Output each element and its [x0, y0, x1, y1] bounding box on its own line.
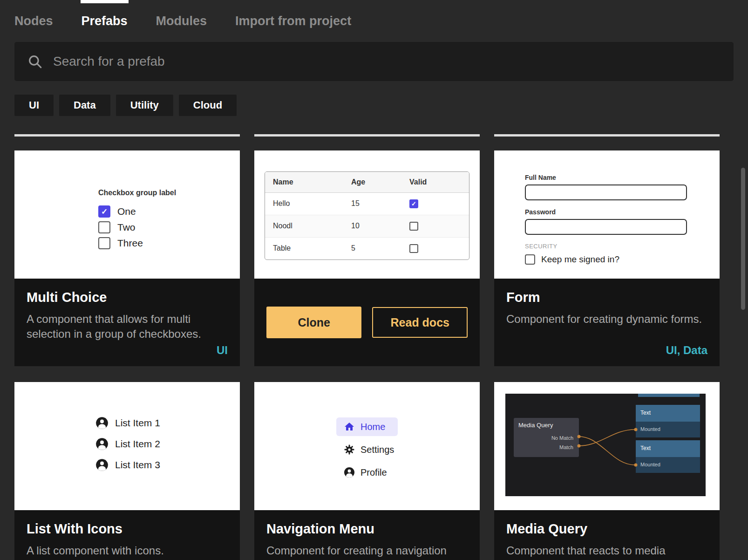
search-input[interactable]	[53, 54, 721, 69]
card-title: Form	[506, 290, 707, 305]
card-description: A component that allows for multi select…	[27, 312, 228, 341]
prefab-browser: Nodes Prefabs Modules Import from projec…	[0, 0, 748, 560]
node-title: Text	[636, 440, 700, 457]
nav-item-label: Home	[360, 422, 385, 432]
checkbox-option: One	[98, 204, 240, 219]
card-row-2: List Item 1 List Item 2 List Item 3	[0, 382, 748, 560]
card-caption: Navigation Menu Component for creating a…	[254, 510, 480, 560]
text-input	[525, 184, 687, 200]
card-description: A list component with icons.	[27, 543, 228, 558]
node-input-label: Mounted	[636, 457, 700, 473]
home-icon	[344, 421, 355, 432]
filter-chips: UI Data Utility Cloud	[0, 95, 748, 116]
person-icon	[95, 458, 109, 471]
previous-row-edge	[0, 134, 748, 137]
prefab-card-list-with-icons[interactable]: List Item 1 List Item 2 List Item 3	[14, 382, 240, 560]
field-label: Password	[525, 208, 720, 216]
card-caption: Form Component for creating dynamic form…	[494, 279, 720, 366]
cell-name: Noodl	[265, 215, 343, 237]
text-node: Text Mounted	[636, 440, 700, 473]
checkbox-label: Keep me signed in?	[541, 254, 619, 265]
search-icon	[27, 54, 43, 69]
prefab-card-form[interactable]: Full Name Password SECURITY Keep me sign…	[494, 150, 720, 366]
output-port-label: No Match	[514, 433, 579, 443]
card-title: Navigation Menu	[266, 521, 468, 537]
field-label: Full Name	[525, 174, 720, 181]
cell-name: Hello	[265, 192, 343, 215]
prefab-card-multi-choice[interactable]: Checkbox group label One Two Three	[14, 150, 240, 366]
tab-import-from-project[interactable]: Import from project	[235, 0, 351, 42]
card-caption: Multi Choice A component that allows for…	[14, 279, 240, 366]
list-item: List Item 2	[95, 437, 240, 451]
cell-name: Table	[265, 237, 343, 260]
filter-chip-ui[interactable]: UI	[14, 95, 54, 116]
table-header-name: Name	[265, 172, 343, 192]
tab-modules[interactable]: Modules	[156, 0, 207, 42]
filter-chip-cloud[interactable]: Cloud	[179, 95, 237, 116]
card-description: Component for creating dynamic forms.	[506, 312, 707, 327]
card-title: Multi Choice	[27, 290, 228, 305]
person-icon	[344, 467, 355, 478]
node-graph-screenshot: Media Query No Match Match Text Mounted …	[505, 394, 706, 496]
cell-valid	[401, 215, 469, 237]
card-description: Component for creating a navigation menu…	[266, 543, 468, 560]
media-query-preview: Media Query No Match Match Text Mounted …	[494, 382, 720, 510]
checkbox-icon	[525, 254, 535, 265]
nav-item-home: Home	[336, 417, 398, 436]
card-tags: UI, Data	[666, 344, 707, 357]
nav-item-label: Settings	[360, 444, 394, 455]
list-preview: List Item 1 List Item 2 List Item 3	[14, 382, 240, 510]
checkbox-icon	[409, 222, 418, 231]
filter-chip-utility[interactable]: Utility	[116, 95, 173, 116]
list-item-label: List Item 1	[115, 417, 160, 429]
cell-valid	[401, 237, 469, 260]
cell-valid	[401, 192, 469, 215]
checkbox-icon	[98, 237, 110, 249]
card-row-1: Checkbox group label One Two Three	[0, 150, 748, 366]
checkbox-icon	[98, 221, 110, 233]
text-node: Text Mounted	[636, 405, 700, 437]
prefab-card-media-query[interactable]: Media Query No Match Match Text Mounted …	[494, 382, 720, 560]
navigation-preview: Home Settings Profile	[254, 382, 480, 510]
gear-icon	[344, 444, 355, 455]
cell-age: 10	[343, 215, 401, 237]
checkbox-group-label: Checkbox group label	[98, 189, 240, 197]
card-title: Media Query	[506, 521, 707, 537]
card-caption: Media Query Component that reacts to med…	[494, 510, 720, 560]
option-label: One	[117, 206, 136, 217]
node-title: Text	[636, 405, 700, 422]
nav-item-label: Profile	[360, 467, 387, 478]
table-row: Table 5	[265, 237, 469, 260]
clone-button[interactable]: Clone	[266, 307, 361, 338]
option-label: Three	[117, 238, 143, 249]
prefab-card-table[interactable]: Name Age Valid Hello 15	[254, 150, 480, 366]
card-caption: List With Icons A list component with ic…	[14, 510, 240, 560]
multi-choice-preview: Checkbox group label One Two Three	[14, 150, 240, 279]
table-header-valid: Valid	[401, 172, 469, 192]
section-label: SECURITY	[525, 243, 720, 250]
checkbox-checked-icon	[409, 199, 418, 208]
table-row: Noodl 10	[265, 215, 469, 237]
scrollbar-thumb[interactable]	[741, 168, 745, 310]
checkbox-checked-icon	[98, 205, 110, 218]
tab-prefabs[interactable]: Prefabs	[82, 0, 128, 42]
password-input	[525, 219, 687, 235]
node-input-label: Mounted	[636, 422, 700, 437]
cell-age: 15	[343, 192, 401, 215]
prefab-card-navigation-menu[interactable]: Home Settings Profile	[254, 382, 480, 560]
form-preview: Full Name Password SECURITY Keep me sign…	[494, 150, 720, 279]
card-edge	[254, 134, 480, 137]
node-title: Media Query	[514, 422, 579, 429]
filter-chip-data[interactable]: Data	[59, 95, 110, 116]
tab-nodes[interactable]: Nodes	[14, 0, 53, 42]
card-tags: UI	[217, 344, 228, 357]
card-description: Component that reacts to media queries.	[506, 543, 707, 560]
nav-item-settings: Settings	[336, 440, 398, 459]
tab-bar: Nodes Prefabs Modules Import from projec…	[0, 0, 748, 42]
checkbox-option: Two	[98, 219, 240, 235]
read-docs-button[interactable]: Read docs	[372, 307, 468, 338]
nav-item-profile: Profile	[336, 463, 398, 482]
table-header-age: Age	[343, 172, 401, 192]
card-title: List With Icons	[27, 521, 228, 537]
data-table: Name Age Valid Hello 15	[265, 171, 469, 260]
